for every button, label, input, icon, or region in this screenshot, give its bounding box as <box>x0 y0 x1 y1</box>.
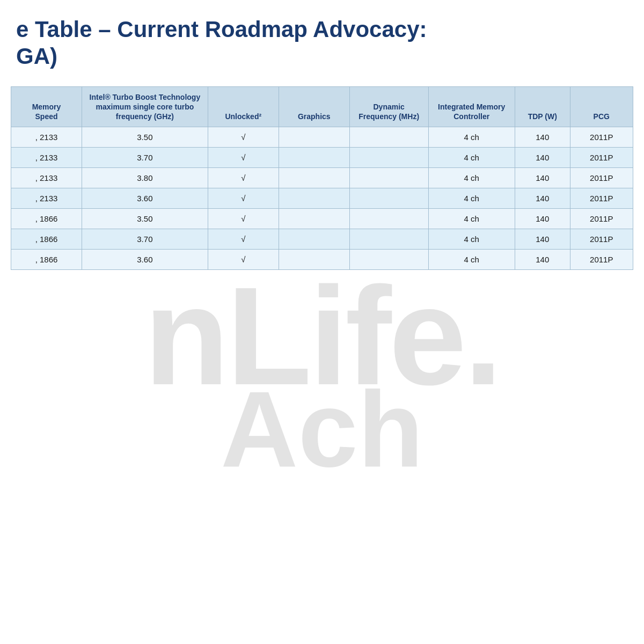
cell-tdp: 140 <box>515 250 570 270</box>
cell-pcg: 2011P <box>570 148 633 168</box>
cell-pcg: 2011P <box>570 209 633 229</box>
cell-turbo: 3.70 <box>82 148 208 168</box>
table-row: , 21333.70√4 ch1402011P <box>11 148 633 168</box>
cell-memory: , 1866 <box>11 229 82 250</box>
data-table: MemorySpeed Intel® Turbo Boost Technolog… <box>11 86 633 270</box>
cell-turbo: 3.60 <box>82 250 208 270</box>
cell-tdp: 140 <box>515 168 570 188</box>
cell-unlocked: √ <box>208 127 279 148</box>
cell-dynfreq <box>349 188 428 209</box>
cell-turbo: 3.50 <box>82 127 208 148</box>
cell-tdp: 140 <box>515 188 570 209</box>
cell-pcg: 2011P <box>570 250 633 270</box>
cell-dynfreq <box>349 209 428 229</box>
cell-graphics <box>279 229 349 250</box>
col-header-turbo: Intel® Turbo Boost Technology maximum si… <box>82 86 208 127</box>
cell-graphics <box>279 250 349 270</box>
cell-pcg: 2011P <box>570 127 633 148</box>
table-row: , 18663.50√4 ch1402011P <box>11 209 633 229</box>
cell-unlocked: √ <box>208 229 279 250</box>
table-row: , 18663.70√4 ch1402011P <box>11 229 633 250</box>
cell-imc: 4 ch <box>428 188 515 209</box>
table-row: , 18663.60√4 ch1402011P <box>11 250 633 270</box>
col-header-imc: Integrated Memory Controller <box>428 86 515 127</box>
cell-graphics <box>279 127 349 148</box>
page-container: e Table – Current Roadmap Advocacy: GA) … <box>0 0 644 644</box>
cell-imc: 4 ch <box>428 148 515 168</box>
cell-graphics <box>279 209 349 229</box>
cell-imc: 4 ch <box>428 229 515 250</box>
table-row: , 21333.80√4 ch1402011P <box>11 168 633 188</box>
cell-dynfreq <box>349 127 428 148</box>
col-header-graphics: Graphics <box>279 86 349 127</box>
table-row: , 21333.50√4 ch1402011P <box>11 127 633 148</box>
cell-graphics <box>279 148 349 168</box>
cell-turbo: 3.70 <box>82 229 208 250</box>
cell-tdp: 140 <box>515 148 570 168</box>
cell-dynfreq <box>349 229 428 250</box>
cell-tdp: 140 <box>515 229 570 250</box>
table-wrapper: MemorySpeed Intel® Turbo Boost Technolog… <box>11 86 633 270</box>
cell-tdp: 140 <box>515 209 570 229</box>
title-line2: GA) <box>16 43 633 70</box>
table-row: , 21333.60√4 ch1402011P <box>11 188 633 209</box>
cell-memory: , 2133 <box>11 127 82 148</box>
table-body: , 21333.50√4 ch1402011P, 21333.70√4 ch14… <box>11 127 633 270</box>
cell-dynfreq <box>349 148 428 168</box>
col-header-tdp: TDP (W) <box>515 86 570 127</box>
cell-memory: , 1866 <box>11 209 82 229</box>
col-header-unlocked: Unlocked² <box>208 86 279 127</box>
cell-imc: 4 ch <box>428 168 515 188</box>
page-title: e Table – Current Roadmap Advocacy: GA) <box>11 16 633 70</box>
col-header-memory: MemorySpeed <box>11 86 82 127</box>
cell-imc: 4 ch <box>428 127 515 148</box>
cell-unlocked: √ <box>208 250 279 270</box>
cell-tdp: 140 <box>515 127 570 148</box>
title-line1: e Table – Current Roadmap Advocacy: <box>16 16 633 43</box>
col-header-dynfreq: Dynamic Frequency (MHz) <box>349 86 428 127</box>
col-header-pcg: PCG <box>570 86 633 127</box>
cell-turbo: 3.80 <box>82 168 208 188</box>
cell-graphics <box>279 188 349 209</box>
watermark-text1: nLife. <box>144 266 500 406</box>
cell-turbo: 3.50 <box>82 209 208 229</box>
cell-pcg: 2011P <box>570 188 633 209</box>
cell-memory: , 1866 <box>11 250 82 270</box>
cell-unlocked: √ <box>208 188 279 209</box>
cell-pcg: 2011P <box>570 229 633 250</box>
cell-unlocked: √ <box>208 209 279 229</box>
cell-dynfreq <box>349 168 428 188</box>
cell-memory: , 2133 <box>11 168 82 188</box>
cell-pcg: 2011P <box>570 168 633 188</box>
cell-unlocked: √ <box>208 168 279 188</box>
cell-dynfreq <box>349 250 428 270</box>
table-header-row: MemorySpeed Intel® Turbo Boost Technolog… <box>11 86 633 127</box>
cell-turbo: 3.60 <box>82 188 208 209</box>
cell-graphics <box>279 168 349 188</box>
cell-unlocked: √ <box>208 148 279 168</box>
cell-imc: 4 ch <box>428 209 515 229</box>
cell-memory: , 2133 <box>11 188 82 209</box>
cell-memory: , 2133 <box>11 148 82 168</box>
cell-imc: 4 ch <box>428 250 515 270</box>
watermark-text2: Ach <box>221 376 423 483</box>
